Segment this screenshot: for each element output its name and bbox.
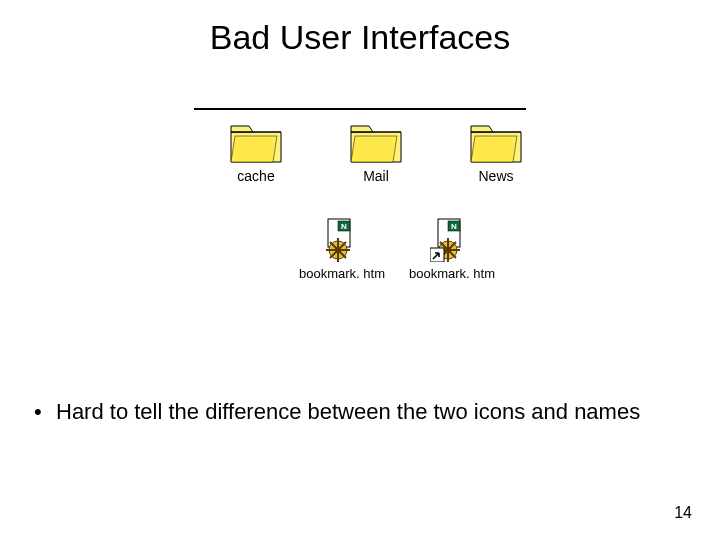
bullet-point: • Hard to tell the difference between th… bbox=[34, 398, 680, 426]
bullet-marker: • bbox=[34, 398, 56, 426]
file-item[interactable]: N bookmark. htm bbox=[294, 218, 390, 281]
slide-title: Bad User Interfaces bbox=[0, 18, 720, 57]
folder-icon bbox=[229, 122, 283, 164]
file-browser-screenshot: cache Mail bbox=[186, 108, 534, 302]
folders-row: cache Mail bbox=[216, 122, 536, 184]
shortcut-arrow-icon bbox=[430, 248, 444, 262]
file-item[interactable]: N bbox=[404, 218, 500, 281]
folder-label: Mail bbox=[363, 168, 389, 184]
divider-line bbox=[194, 108, 526, 110]
bookmark-file-icon: N bbox=[320, 218, 364, 262]
folder-label: cache bbox=[237, 168, 274, 184]
folder-icon bbox=[469, 122, 523, 164]
folder-label: News bbox=[478, 168, 513, 184]
bookmark-file-icon: N bbox=[430, 218, 474, 262]
files-row: N bookmark. htm bbox=[294, 218, 500, 281]
folder-item[interactable]: Mail bbox=[336, 122, 416, 184]
file-label: bookmark. htm bbox=[299, 266, 385, 281]
folder-icon bbox=[349, 122, 403, 164]
svg-text:N: N bbox=[451, 222, 457, 231]
slide: Bad User Interfaces cache bbox=[0, 0, 720, 540]
bullet-text: Hard to tell the difference between the … bbox=[56, 398, 680, 426]
folder-item[interactable]: News bbox=[456, 122, 536, 184]
svg-text:N: N bbox=[341, 222, 347, 231]
page-number: 14 bbox=[674, 504, 692, 522]
file-label: bookmark. htm bbox=[409, 266, 495, 281]
folder-item[interactable]: cache bbox=[216, 122, 296, 184]
